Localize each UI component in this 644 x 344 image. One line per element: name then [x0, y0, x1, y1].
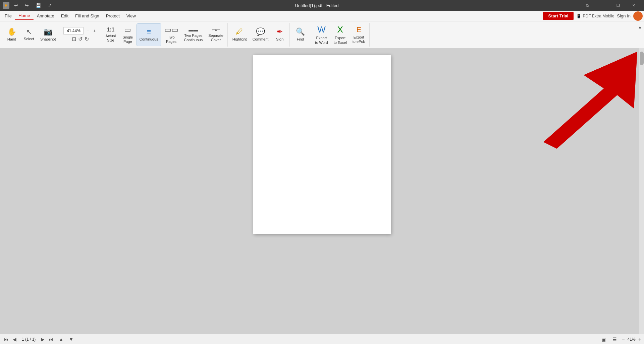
maximize-btn[interactable]: ❐ — [610, 0, 626, 11]
sign-in-button[interactable]: Sign In — [617, 13, 631, 18]
rotate-right-button[interactable]: ↻ — [85, 36, 89, 42]
two-pages-button[interactable]: ▭▭ TwoPages — [162, 23, 181, 46]
menu-item-view[interactable]: View — [123, 12, 139, 20]
view-mode-single-button[interactable]: ▣ — [599, 336, 608, 343]
sign-icon: ✒ — [277, 27, 283, 36]
status-bar: ⏮ ◀ 1 (1 / 1) ▶ ⏭ ▲ ▼ ▣ ☰ − 41% + — [0, 334, 644, 344]
start-trial-button[interactable]: Start Trial — [543, 12, 574, 20]
tool-group-annotate: 🖊 Highlight 💬 Comment ✒ Sign — [228, 23, 290, 47]
menu-bar-right: Start Trial 📱 PDF Extra Mobile Sign In — [543, 11, 643, 21]
zoom-group: − + ⊡ ↺ ↻ — [61, 23, 100, 47]
window-title: Untitled(1).pdf - Edited — [54, 3, 580, 8]
prev-page-button[interactable]: ◀ — [11, 336, 18, 343]
first-page-button[interactable]: ⏮ — [3, 336, 10, 343]
menu-item-file[interactable]: File — [1, 12, 15, 20]
separate-cover-label: SeparateCover — [208, 33, 223, 42]
last-page-button[interactable]: ⏭ — [47, 336, 55, 343]
tool-group-basic: ✋ Hand ↖ Select 📷 Snapshot — [2, 23, 60, 47]
arrow-annotation — [476, 48, 644, 149]
two-pages-continuous-button[interactable]: ▬▬ Two PagesContinuous — [181, 23, 206, 46]
page-info: 1 (1 / 1) — [22, 337, 36, 342]
two-pages-label: TwoPages — [166, 35, 176, 44]
fit-page-button[interactable]: ⊡ — [72, 36, 76, 42]
tool-group-view: 1:1 ActualSize ▭ SinglePage ≡ Continuous… — [101, 23, 228, 47]
single-page-button[interactable]: ▭ SinglePage — [119, 23, 136, 46]
share-btn[interactable]: ↗ — [46, 2, 54, 9]
save-btn[interactable]: 💾 — [34, 2, 43, 9]
separate-cover-icon: ▭▭ — [212, 27, 220, 32]
tool-group-export: W Exportto Word X Exportto Excel E Expor… — [311, 23, 369, 47]
export-word-label: Exportto Word — [315, 36, 328, 45]
find-tool-button[interactable]: 🔍 Find — [292, 23, 309, 46]
pdf-extra-mobile-link[interactable]: 📱 PDF Extra Mobile — [576, 14, 614, 18]
select-icon: ↖ — [26, 28, 32, 36]
view-mode-list-button[interactable]: ☰ — [610, 336, 619, 343]
sign-tool-button[interactable]: ✒ Sign — [271, 23, 288, 46]
zoom-bottom: ⊡ ↺ ↻ — [72, 36, 89, 42]
actual-size-icon: 1:1 — [107, 27, 114, 33]
content-area — [0, 48, 644, 334]
vertical-scrollbar[interactable] — [639, 48, 644, 334]
snapshot-icon: 📷 — [44, 27, 53, 36]
tile-btn[interactable]: ⧉ — [580, 0, 595, 11]
toolbar-collapse[interactable]: ▲ — [638, 23, 642, 47]
snapshot-tool-button[interactable]: 📷 Snapshot — [38, 23, 58, 46]
export-word-button[interactable]: W Exportto Word — [312, 23, 330, 46]
menu-item-home[interactable]: Home — [15, 12, 34, 20]
close-btn[interactable]: ✕ — [626, 0, 641, 11]
highlight-tool-button[interactable]: 🖊 Highlight — [230, 23, 250, 46]
minimize-btn[interactable]: — — [595, 0, 610, 11]
export-excel-button[interactable]: X Exportto Excel — [331, 23, 350, 46]
redo-btn[interactable]: ↪ — [23, 2, 31, 9]
hand-label: Hand — [7, 37, 16, 42]
find-label: Find — [297, 37, 304, 42]
rotate-left-button[interactable]: ↺ — [78, 36, 83, 42]
hand-tool-button[interactable]: ✋ Hand — [3, 23, 20, 46]
two-pages-continuous-icon: ▬▬ — [189, 27, 198, 32]
hand-icon: ✋ — [7, 27, 16, 36]
separate-cover-button[interactable]: ▭▭ SeparateCover — [206, 23, 226, 46]
export-excel-icon: X — [337, 24, 343, 35]
status-right: ▣ ☰ − 41% + — [599, 336, 641, 343]
single-page-icon: ▭ — [124, 25, 131, 34]
next-page-button[interactable]: ▶ — [40, 336, 46, 343]
comment-icon: 💬 — [256, 27, 265, 36]
comment-tool-button[interactable]: 💬 Comment — [250, 23, 271, 46]
sign-label: Sign — [276, 37, 283, 42]
zoom-increment-button[interactable]: + — [92, 27, 97, 34]
select-tool-button[interactable]: ↖ Select — [20, 23, 37, 46]
toolbar: ✋ Hand ↖ Select 📷 Snapshot − + ⊡ ↺ ↻ 1:1… — [0, 21, 644, 48]
menu-item-annotate[interactable]: Annotate — [34, 12, 58, 20]
status-zoom-in-button[interactable]: + — [638, 336, 641, 342]
snapshot-label: Snapshot — [40, 37, 56, 42]
highlight-label: Highlight — [232, 37, 247, 42]
window-controls: ⧉ — ❐ ✕ — [580, 0, 641, 11]
title-bar-left: P ↩ ↪ 💾 ↗ — [3, 2, 54, 9]
scroll-up-button[interactable]: ▲ — [57, 336, 65, 343]
pdf-page — [253, 55, 391, 234]
continuous-label: Continuous — [140, 37, 158, 42]
status-left: ⏮ ◀ 1 (1 / 1) ▶ ⏭ ▲ ▼ — [3, 336, 75, 343]
menu-bar: File Home Annotate Edit Fill and Sign Pr… — [0, 11, 644, 21]
continuous-button[interactable]: ≡ Continuous — [137, 23, 161, 46]
export-word-icon: W — [317, 24, 326, 35]
scroll-down-button[interactable]: ▼ — [67, 336, 75, 343]
mobile-icon: 📱 — [576, 14, 581, 18]
user-avatar[interactable] — [633, 11, 643, 21]
menu-item-edit[interactable]: Edit — [58, 12, 72, 20]
highlight-icon: 🖊 — [236, 27, 243, 36]
zoom-decrement-button[interactable]: − — [85, 27, 90, 34]
undo-btn[interactable]: ↩ — [12, 2, 20, 9]
export-epub-button[interactable]: E Exportto ePub — [350, 23, 368, 46]
page-navigation: ⏮ ◀ 1 (1 / 1) ▶ ⏭ — [3, 336, 55, 343]
menu-item-protect[interactable]: Protect — [103, 12, 123, 20]
comment-label: Comment — [253, 37, 269, 42]
zoom-input[interactable] — [63, 27, 84, 35]
zoom-top: − + — [63, 27, 97, 35]
tool-group-find: 🔍 Find — [290, 23, 310, 47]
status-zoom-out-button[interactable]: − — [622, 336, 625, 342]
actual-size-button[interactable]: 1:1 ActualSize — [102, 23, 119, 46]
menu-item-fill-sign[interactable]: Fill and Sign — [72, 12, 103, 20]
export-excel-label: Exportto Excel — [334, 36, 347, 45]
find-icon: 🔍 — [296, 27, 305, 36]
